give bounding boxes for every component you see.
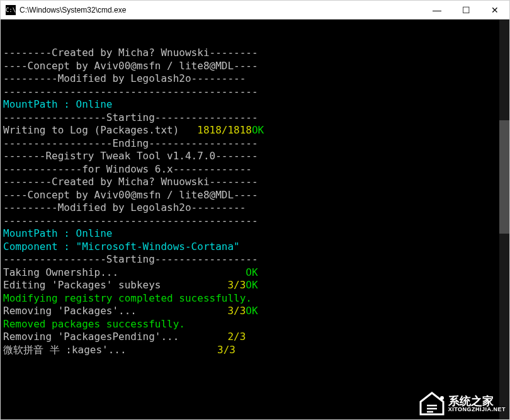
console-text: 3/3 <box>217 344 235 356</box>
watermark-text-cn: 系统之家 <box>448 395 506 407</box>
console-text: Component : <box>3 241 76 253</box>
console-text: Online <box>76 98 113 110</box>
console-line: MountPath : Online <box>3 227 507 241</box>
console-text: 1818/1818 <box>197 124 252 136</box>
console-text: --------Created by Micha? Wnuowski------… <box>3 47 258 59</box>
console-text: ----Concept by Aviv00@msfn / lite8@MDL--… <box>3 189 258 201</box>
console-line: Component : "Microsoft-Windows-Cortana" <box>3 241 507 254</box>
console-text: ----------------------------------------… <box>3 215 258 227</box>
window-controls: — ☐ ✕ <box>422 1 509 20</box>
console-text: OK <box>246 305 258 317</box>
console-line: 微软拼音 半 :kages'... 3/3 <box>3 344 507 357</box>
console-text: ---------Modified by Legolash2o--------- <box>3 201 246 213</box>
cmd-icon: C:\ <box>6 5 16 15</box>
console-line: ----------------------------------------… <box>3 86 507 99</box>
console-text: ----Concept by Aviv00@msfn / lite8@MDL--… <box>3 60 258 72</box>
console-line: ---------Modified by Legolash2o--------- <box>3 72 507 86</box>
console-line: -------Registry Tweak Tool v1.4.7.0-----… <box>3 150 507 163</box>
scrollbar-track[interactable] <box>499 20 509 420</box>
console-text: 3/3 <box>227 279 246 291</box>
console-text: 微软拼音 半 :kages'... <box>3 344 217 356</box>
console-text: Taking Ownership... <box>3 266 246 278</box>
console-line: Modifying registry completed sucessfully… <box>3 292 507 305</box>
watermark: 系统之家 XITONGZHIJIA.NET <box>418 392 506 416</box>
close-button[interactable]: ✕ <box>480 1 509 20</box>
console-text: Removing 'PackagesPending'... <box>3 331 227 343</box>
console-line: ----------------------------------------… <box>3 215 507 228</box>
house-icon <box>418 392 446 416</box>
minimize-button[interactable]: — <box>422 1 451 20</box>
maximize-button[interactable]: ☐ <box>451 1 480 20</box>
console-text: OK <box>252 124 264 136</box>
console-text: -----------------Starting---------------… <box>3 111 258 123</box>
watermark-text-en: XITONGZHIJIA.NET <box>448 407 506 412</box>
terminal-output[interactable]: --------Created by Micha? Wnuowski------… <box>1 20 509 420</box>
console-text: ----------------------------------------… <box>3 86 258 98</box>
scrollbar-thumb[interactable] <box>499 120 509 234</box>
console-line: MountPath : Online <box>3 98 507 111</box>
console-line: Writing to Log (Packages.txt) 1818/1818O… <box>3 124 507 137</box>
console-line: ---------Modified by Legolash2o--------- <box>3 201 507 215</box>
console-text: 2/3 <box>227 331 246 343</box>
console-text: ---------Modified by Legolash2o--------- <box>3 72 246 84</box>
console-line: Removing 'PackagesPending'... 2/3 <box>3 331 507 344</box>
window-title: C:\Windows\System32\cmd.exe <box>20 6 422 14</box>
console-text: MountPath : <box>3 227 76 239</box>
console-line: -----------------Starting---------------… <box>3 253 507 266</box>
console-line: ----Concept by Aviv00@msfn / lite8@MDL--… <box>3 189 507 202</box>
console-text: OK <box>246 266 258 278</box>
console-line: --------Created by Micha? Wnuowski------… <box>3 47 507 60</box>
console-text: Online <box>76 227 113 239</box>
console-text: Editing 'Packages' subkeys <box>3 279 227 291</box>
console-text: ------------------Ending----------------… <box>3 137 258 149</box>
console-text: Modifying registry completed sucessfully… <box>3 292 252 304</box>
console-line: -------------for Windows 6.x------------… <box>3 163 507 176</box>
console-text: "Microsoft-Windows-Cortana" <box>76 241 240 253</box>
console-text: -------------for Windows 6.x------------… <box>3 163 252 175</box>
console-line: Removed packages successfully. <box>3 318 507 331</box>
console-line: --------Created by Micha? Wnuowski------… <box>3 176 507 189</box>
console-text: -------Registry Tweak Tool v1.4.7.0-----… <box>3 150 258 162</box>
console-line: Editing 'Packages' subkeys 3/3OK <box>3 279 507 292</box>
console-text: Writing to Log (Packages.txt) <box>3 124 197 136</box>
console-text: MountPath : <box>3 98 76 110</box>
console-line: -----------------Starting---------------… <box>3 111 507 125</box>
console-line: ------------------Ending----------------… <box>3 137 507 150</box>
console-line: Taking Ownership... OK <box>3 266 507 280</box>
svg-point-0 <box>440 396 444 400</box>
console-text: -----------------Starting---------------… <box>3 253 258 265</box>
titlebar: C:\ C:\Windows\System32\cmd.exe — ☐ ✕ <box>1 1 509 20</box>
console-line: ----Concept by Aviv00@msfn / lite8@MDL--… <box>3 60 507 73</box>
console-text: Removed packages successfully. <box>3 318 185 330</box>
console-text: --------Created by Micha? Wnuowski------… <box>3 176 258 188</box>
console-text: 3/3 <box>227 305 246 317</box>
console-line: Removing 'Packages'... 3/3OK <box>3 305 507 318</box>
console-text: Removing 'Packages'... <box>3 305 227 317</box>
console-text: OK <box>246 279 258 291</box>
